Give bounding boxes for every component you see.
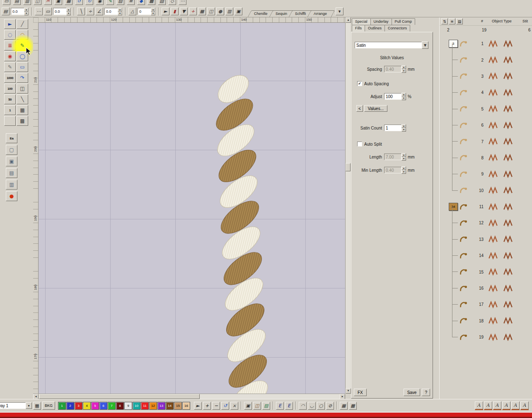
canvas-vertical-scrollbar[interactable]: ▴ ▾	[345, 17, 351, 394]
lettering-style-5-icon[interactable]: A	[511, 401, 520, 410]
spinner-arrows-icon[interactable]: ▴▾	[118, 8, 122, 15]
preset-1000[interactable]: 1000	[4, 73, 16, 83]
stitch-player-icon[interactable]: ≣	[4, 41, 16, 50]
save-icon[interactable]: ▥	[23, 0, 31, 5]
divide-icon[interactable]: ÷	[86, 7, 94, 15]
list-view-icon[interactable]: ≡	[449, 18, 455, 24]
color-chip[interactable]: 3	[449, 40, 458, 48]
box-select-icon[interactable]: ▭	[44, 7, 52, 15]
pointer-icon[interactable]: ►	[162, 7, 169, 15]
object-row[interactable]: 5	[440, 101, 532, 117]
offset-x-spinner[interactable]: 0.0▴▾	[11, 8, 29, 15]
design-view-combo[interactable]: ▾	[0, 402, 32, 409]
palette-chip[interactable]: 3	[75, 402, 82, 410]
filter-icon[interactable]: ▼	[180, 7, 188, 15]
hatch-icon[interactable]: ▧	[158, 0, 166, 5]
view-combo-input[interactable]	[0, 402, 26, 409]
new-icon[interactable]: ▭	[2, 0, 10, 5]
open-icon[interactable]: ▤	[13, 0, 21, 5]
object-row[interactable]: 13	[440, 231, 532, 247]
palette-chip[interactable]: 10	[133, 402, 140, 410]
no-view-icon[interactable]: ⊘	[326, 402, 334, 410]
hatch-lines-icon[interactable]: ╱	[17, 19, 28, 29]
lettering-style-4-icon[interactable]: A	[502, 401, 510, 410]
spacing-spinner[interactable]: ▴▾	[401, 65, 406, 73]
digitize-tool-icon[interactable]: ✎	[17, 41, 28, 50]
rotation-spinner[interactable]: 0▴▾	[138, 8, 156, 15]
offset-y-spinner[interactable]: 0.0▴▾	[53, 8, 71, 15]
object-row[interactable]: 8	[440, 150, 532, 166]
min-length-input[interactable]	[384, 167, 401, 173]
arc-up-icon[interactable]: ◠	[299, 402, 307, 410]
properties-tab[interactable]: Connectors	[384, 25, 410, 31]
more-tabs-icon[interactable]: ▾	[336, 7, 343, 15]
curve-tool-icon[interactable]: ↷	[17, 73, 28, 83]
mesh-icon[interactable]: ▨	[116, 0, 124, 5]
min-length-spinner[interactable]: ▴▾	[401, 166, 406, 174]
film-view-icon[interactable]: ▤	[456, 18, 463, 24]
combo-dropdown-icon[interactable]: ▾	[26, 402, 32, 409]
show-background-icon[interactable]: ▨	[262, 402, 270, 410]
slant-icon[interactable]: ╲	[77, 7, 85, 15]
properties-tab[interactable]: Underlay	[370, 18, 392, 25]
adjust-spinner[interactable]: ▴▾	[401, 93, 406, 100]
back-button[interactable]: <	[356, 105, 363, 112]
node-add-icon[interactable]: +	[189, 7, 197, 15]
properties-tab[interactable]: Pull Comp	[392, 18, 416, 25]
adjust-input[interactable]	[384, 93, 401, 100]
palette-chip[interactable]: 15	[174, 402, 182, 410]
resequence-icon[interactable]: ⇅	[441, 18, 448, 24]
save-button[interactable]: Save	[404, 389, 421, 396]
pattern-icon[interactable]: ▩	[148, 0, 155, 5]
object-row[interactable]: 9	[440, 166, 532, 182]
preset-1[interactable]: 1	[4, 105, 16, 115]
ruler-settings-icon[interactable]: ▤	[2, 7, 10, 15]
palette-chip[interactable]: 1	[58, 402, 66, 410]
triangle-icon[interactable]: △	[128, 7, 136, 15]
shape-icon[interactable]: ◇	[168, 0, 176, 5]
circle-view-icon[interactable]: ○	[317, 402, 325, 410]
values-button[interactable]: Values...	[364, 105, 387, 112]
object-row[interactable]: 14	[440, 247, 532, 264]
copy-icon[interactable]: ▣	[54, 0, 62, 5]
palette-chip[interactable]: 2	[66, 402, 74, 410]
object-row[interactable]: 3	[440, 68, 532, 84]
zoom-in-icon[interactable]: +	[203, 402, 211, 410]
spinner-arrows-icon[interactable]: ▴▾	[151, 8, 155, 15]
previous-view-icon[interactable]: ↺	[221, 402, 229, 410]
lettering-style-3-icon[interactable]: A	[493, 401, 501, 410]
lettering-tool-icon[interactable]: Ea	[6, 133, 17, 143]
palette-chip[interactable]: 9	[124, 402, 132, 410]
lettering-style-1-icon[interactable]: A	[475, 401, 483, 410]
object-row[interactable]: 15	[440, 264, 532, 280]
object-row[interactable]: 17	[440, 296, 532, 312]
preset-100[interactable]: 100	[4, 84, 16, 94]
vertical-scroll-thumb[interactable]	[346, 163, 351, 171]
object-row[interactable]: 16	[440, 280, 532, 296]
palette-grid-icon[interactable]: ▦	[33, 402, 41, 410]
palette-chip[interactable]: 6	[99, 402, 107, 410]
list-icon[interactable]: ≡	[127, 0, 135, 5]
diamond-icon[interactable]: ◆	[137, 0, 145, 5]
dots-menu-icon[interactable]: ⋯	[35, 7, 43, 15]
zoom-icon[interactable]: ◉	[96, 0, 104, 5]
arc-tool-icon[interactable]: ◠	[17, 30, 28, 40]
properties-tab[interactable]: Fills	[352, 25, 365, 31]
grid-small-icon[interactable]: ▦	[340, 402, 348, 410]
grid-small2-icon[interactable]: ▩	[349, 402, 357, 410]
pen-icon[interactable]: ✎	[106, 0, 114, 5]
object-row[interactable]: 2	[440, 52, 532, 68]
mode-tab[interactable]: Arrange	[307, 10, 335, 17]
auto-split-checkbox[interactable]	[357, 142, 362, 147]
palette-chip[interactable]: 13	[157, 402, 165, 410]
object-row[interactable]: 6	[440, 117, 532, 133]
length-spinner[interactable]: ▴▾	[401, 153, 406, 161]
color-chip[interactable]: 34	[449, 203, 458, 211]
column-tool-icon[interactable]: ◫	[17, 84, 28, 94]
combo-dropdown-icon[interactable]: ▼	[422, 41, 428, 49]
grid-toggle-icon[interactable]: ▦	[198, 7, 206, 15]
design-canvas[interactable]	[39, 23, 345, 394]
effects-e2-icon[interactable]: E	[285, 402, 293, 410]
zoom-out-icon[interactable]: −	[212, 402, 220, 410]
dots-icon[interactable]: ⋯	[179, 0, 186, 5]
